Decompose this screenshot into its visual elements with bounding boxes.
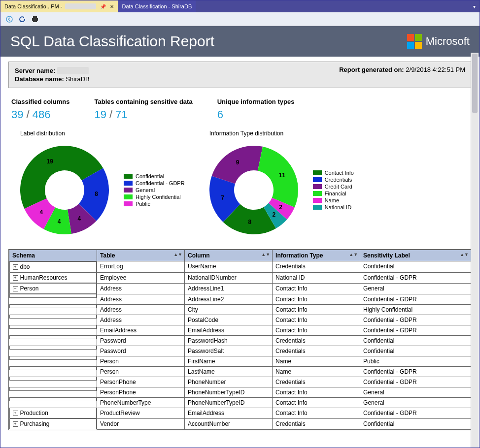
expand-icon[interactable]: + (13, 275, 18, 281)
legend-swatch (124, 174, 133, 179)
table-name: Password (97, 335, 185, 346)
table-name: PhoneNumberType (97, 397, 185, 408)
column-name: UserName (185, 261, 273, 273)
table-row[interactable]: +PurchasingVendorAccountNumberCredential… (9, 418, 471, 429)
table-name: Vendor (97, 418, 185, 429)
table-row[interactable]: +HumanResourcesEmployeeNationalIDNumberN… (9, 272, 471, 283)
legend-item: Credentials (313, 177, 354, 183)
table-row[interactable]: PasswordPasswordHashCredentialsConfident… (9, 335, 471, 346)
table-row[interactable]: AddressAddressLine2Contact InfoConfident… (9, 294, 471, 304)
legend-item: Financial (313, 191, 354, 196)
table-row[interactable]: −PersonAddressAddressLine1Contact InfoGe… (9, 283, 471, 294)
report-header: SQL Data Classification Report Microsoft (0, 26, 480, 57)
print-icon[interactable] (31, 15, 39, 23)
table-name: EmailAddress (97, 325, 185, 335)
sensitivity-label: Confidential (360, 261, 471, 273)
sensitivity-label: Highly Confidential (360, 304, 471, 315)
expand-icon[interactable]: + (13, 264, 18, 270)
classification-table: SchemaTable▲▼Column▲▼Information Type▲▼S… (8, 249, 472, 430)
info-type: Credentials (273, 261, 360, 273)
tab-inactive[interactable]: Data Classification - ShiraDB (118, 0, 196, 12)
slice-value: 11 (279, 172, 285, 179)
info-type: Contact Info (273, 325, 360, 335)
legend-item: Public (124, 201, 185, 207)
slice-value: 2 (279, 204, 282, 211)
table-name: Address (97, 294, 185, 304)
schema-name: HumanResources (20, 274, 68, 281)
legend-label: National ID (325, 204, 351, 210)
vertical-scrollbar[interactable] (471, 53, 479, 448)
column-name: PostalCode (185, 315, 273, 325)
column-name: PasswordHash (185, 335, 273, 346)
database-name-label: Database name: (15, 75, 64, 83)
table-row[interactable]: PersonFirstNameNamePublic (9, 356, 471, 366)
info-type: Contact Info (273, 283, 360, 294)
column-header[interactable]: Schema (9, 250, 97, 261)
info-type: Credentials (273, 335, 360, 346)
schema-name: Production (20, 410, 48, 416)
table-row[interactable]: +dboErrorLogUserNameCredentialsConfident… (9, 261, 471, 273)
table-row[interactable]: EmailAddressEmailAddressContact InfoConf… (9, 325, 471, 335)
table-row[interactable]: PersonPhonePhoneNumberTypeIDContact Info… (9, 387, 471, 397)
tab-active[interactable]: Data Classificatio...PM - 📌 ✕ (0, 0, 118, 12)
sort-icon[interactable]: ▲▼ (173, 252, 182, 257)
stat-tables-sensitive: Tables containing sensitive data 19 / 71 (94, 98, 192, 121)
column-name: AccountNumber (185, 418, 273, 429)
sort-icon[interactable]: ▲▼ (349, 252, 358, 257)
table-row[interactable]: PasswordPasswordSaltCredentialsConfident… (9, 346, 471, 356)
database-name-value: ShiraDB (66, 75, 89, 83)
document-tabs: Data Classificatio...PM - 📌 ✕ Data Class… (0, 0, 480, 12)
legend-item: Confidential (124, 173, 185, 179)
schema-name: Purchasing (20, 420, 50, 427)
table-row[interactable]: +ProductionProductReviewEmailAddressCont… (9, 408, 471, 418)
column-header[interactable]: Information Type▲▼ (273, 250, 360, 261)
back-icon[interactable] (5, 15, 13, 23)
expand-icon[interactable]: + (13, 421, 18, 427)
legend-swatch (124, 181, 133, 186)
sensitivity-label: General (360, 387, 471, 397)
column-header[interactable]: Table▲▼ (97, 250, 185, 261)
scrollbar-thumb[interactable] (472, 54, 478, 113)
table-name: PersonPhone (97, 377, 185, 387)
sort-icon[interactable]: ▲▼ (460, 252, 469, 257)
generated-label: Report generated on: (339, 66, 404, 73)
tab-sublabel (65, 3, 96, 9)
collapse-icon[interactable]: − (13, 286, 18, 291)
sort-icon[interactable]: ▲▼ (261, 252, 270, 257)
info-type: Credentials (273, 346, 360, 356)
chart-infotype-distribution: Information Type distribution 8791122 Co… (205, 130, 354, 239)
column-header[interactable]: Column▲▼ (185, 250, 273, 261)
tab-overflow-icon[interactable]: ▾ (469, 4, 480, 9)
table-row[interactable]: PersonPhonePhoneNumberCredentialsConfide… (9, 377, 471, 387)
column-header[interactable]: Sensitivity Label▲▼ (360, 250, 471, 261)
legend-item: Credit Card (313, 184, 354, 190)
server-name-label: Server name: (15, 67, 55, 74)
legend-label: Confidential (136, 173, 164, 179)
table-row[interactable]: AddressCityContact InfoHighly Confidenti… (9, 304, 471, 315)
legend-label: Highly Confidential (136, 194, 181, 200)
table-name: PersonPhone (97, 387, 185, 397)
table-row[interactable]: AddressPostalCodeContact InfoConfidentia… (9, 315, 471, 325)
tab-label: Data Classificatio...PM - (4, 3, 62, 9)
legend-swatch (124, 188, 133, 192)
column-name: AddressLine1 (185, 283, 273, 294)
legend-swatch (124, 194, 133, 199)
microsoft-logo-icon (407, 34, 422, 49)
info-type: Contact Info (273, 304, 360, 315)
refresh-icon[interactable] (18, 15, 26, 23)
pin-icon[interactable]: 📌 (100, 4, 106, 9)
table-name: Address (97, 304, 185, 315)
sensitivity-label: Confidential - GDPR (360, 408, 471, 418)
charts-row: Label distribution 198444 ConfidentialCo… (0, 125, 480, 249)
summary-stats: Classified columns 39 / 486 Tables conta… (0, 92, 480, 125)
close-icon[interactable]: ✕ (110, 4, 114, 9)
table-name: Person (97, 356, 185, 366)
table-row[interactable]: PersonLastNameNameConfidential - GDPR (9, 366, 471, 377)
column-name: City (185, 304, 273, 315)
table-row[interactable]: PhoneNumberTypePhoneNumberTypeIDContact … (9, 397, 471, 408)
table-name: Address (97, 283, 185, 294)
slice-value: 4 (39, 209, 43, 216)
chart-label-distribution: Label distribution 198444 ConfidentialCo… (15, 130, 185, 239)
expand-icon[interactable]: + (13, 411, 18, 416)
info-type: Contact Info (273, 408, 360, 418)
